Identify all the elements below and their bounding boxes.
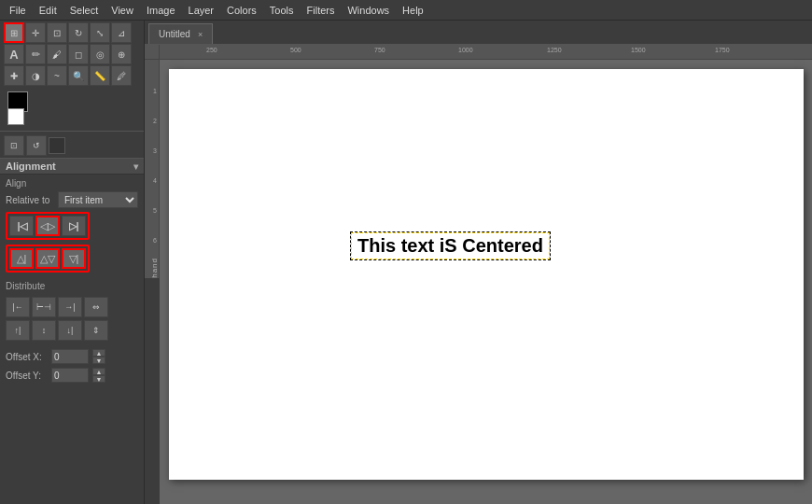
align-center-v-btn[interactable]: △▽ — [35, 248, 60, 269]
offset-x-input[interactable] — [51, 349, 89, 364]
white-canvas: This text iS Centered — [169, 69, 804, 480]
ruler-v-mark-5: 5 — [145, 207, 159, 214]
dist-center-v-btn[interactable]: ↕ — [32, 320, 56, 341]
align-top-btn[interactable]: △| — [9, 248, 34, 269]
ruler-v-mark-2: 2 — [145, 118, 159, 124]
dist-equal-v-btn[interactable]: ⇕ — [84, 320, 108, 341]
dist-top-btn[interactable]: ↑| — [6, 320, 30, 341]
heal-tool-btn[interactable]: ✚ — [4, 65, 24, 86]
ruler-h-mark-1500: 1500 — [631, 47, 646, 53]
offset-x-up[interactable]: ▲ — [92, 349, 105, 357]
menu-help[interactable]: Help — [397, 3, 429, 18]
color-swatches — [0, 88, 144, 129]
align-right-btn[interactable]: ▷| — [62, 216, 86, 236]
align-tool-btn[interactable]: ⊞ — [4, 22, 24, 43]
shear-tool-btn[interactable]: ⊿ — [111, 22, 132, 43]
history-icon[interactable]: ↺ — [26, 135, 47, 156]
canvas-area: Untitled × 1 2 3 4 5 6 hand — [145, 21, 812, 504]
toolbox: ⊞ ✛ ⊡ ↻ ⤡ ⊿ A ✏ 🖌 ◻ ◎ ⊕ ✚ ◑ ~ 🔍 📏 🖉 — [0, 21, 145, 504]
ruler-v-mark-3: 3 — [145, 147, 159, 154]
ruler-h-mark-1000: 1000 — [458, 47, 473, 53]
align-bottom-btn[interactable]: ▽| — [62, 248, 86, 269]
tab-bar: Untitled × — [145, 21, 812, 45]
ruler-h-mark-250: 250 — [206, 47, 217, 53]
dist-equal-h-btn[interactable]: ⇔ — [84, 297, 108, 317]
dist-bottom-btn[interactable]: ↓| — [58, 320, 82, 341]
align-section-label: Align — [6, 178, 138, 189]
offset-y-input[interactable] — [51, 368, 89, 383]
color-picker-btn[interactable]: 🖉 — [111, 65, 132, 86]
distribute-panel-body: |← ⊢⊣ →| ⇔ ↑| ↕ ↓| ⇕ — [0, 293, 144, 347]
menu-colors[interactable]: Colors — [221, 3, 262, 18]
ruler-corner — [145, 45, 160, 60]
menu-layer[interactable]: Layer — [183, 3, 220, 18]
alignment-label: Alignment — [6, 161, 56, 172]
tab-close-btn[interactable]: × — [198, 30, 203, 39]
measure-tool-btn[interactable]: 📏 — [90, 65, 110, 86]
relative-to-row: Relative to First item Last item Image S… — [6, 191, 138, 208]
horizontal-ruler: 250 500 750 1000 1250 1500 1750 — [160, 45, 812, 60]
menu-view[interactable]: View — [105, 3, 139, 18]
scale-tool-btn[interactable]: ⤡ — [90, 22, 110, 43]
canvas-scroll-area[interactable]: This text iS Centered — [160, 60, 812, 504]
paint-brush-btn[interactable]: 🖌 — [47, 44, 67, 64]
ruler-v-mark-hand: hand — [145, 258, 159, 278]
offset-x-row: Offset X: ▲ ▼ — [0, 347, 144, 366]
ruler-h-mark-500: 500 — [290, 47, 301, 53]
ruler-h-mark-750: 750 — [374, 47, 385, 53]
distribute-v-row: ↑| ↕ ↓| ⇕ — [6, 320, 138, 341]
distribute-h-row: |← ⊢⊣ →| ⇔ — [6, 297, 138, 317]
text-tool-btn[interactable]: A — [4, 44, 24, 64]
offset-y-down[interactable]: ▼ — [92, 375, 105, 383]
tab-label: Untitled — [159, 29, 190, 39]
clone-tool-btn[interactable]: ⊕ — [111, 44, 132, 64]
offset-y-label: Offset Y: — [6, 371, 48, 381]
relative-to-select[interactable]: First item Last item Image Selection Act… — [58, 191, 138, 208]
eraser-tool-btn[interactable]: ◻ — [68, 44, 89, 64]
offset-y-up[interactable]: ▲ — [92, 368, 105, 375]
menu-file[interactable]: File — [4, 3, 32, 18]
dodge-tool-btn[interactable]: ◑ — [25, 65, 46, 86]
relative-to-label: Relative to — [6, 195, 54, 205]
menu-filters[interactable]: Filters — [301, 3, 341, 18]
menu-bar: File Edit Select View Image Layer Colors… — [0, 0, 812, 21]
ruler-canvas-wrapper: 1 2 3 4 5 6 hand 250 500 750 1000 1250 — [145, 45, 812, 504]
vertical-ruler: 1 2 3 4 5 6 hand — [145, 60, 160, 278]
alignment-panel-header: Alignment ▾ — [0, 158, 144, 175]
menu-edit[interactable]: Edit — [34, 3, 63, 18]
menu-select[interactable]: Select — [64, 3, 105, 18]
menu-tools[interactable]: Tools — [264, 3, 300, 18]
dist-left-btn[interactable]: |← — [6, 297, 30, 317]
offset-x-label: Offset X: — [6, 352, 48, 362]
collapse-icon[interactable]: ▾ — [133, 161, 138, 172]
channels-icon[interactable] — [49, 137, 65, 154]
pencil-tool-btn[interactable]: ✏ — [25, 44, 46, 64]
ruler-v-mark-1: 1 — [145, 88, 159, 94]
menu-image[interactable]: Image — [141, 3, 181, 18]
crop-tool-btn[interactable]: ⊡ — [47, 22, 67, 43]
ruler-v-mark-4: 4 — [145, 177, 159, 184]
align-center-h-btn[interactable]: ◁▷ — [35, 216, 60, 236]
ruler-h-wrap: 250 500 750 1000 1250 1500 1750 This tex… — [160, 45, 812, 504]
align-left-btn[interactable]: |◁ — [9, 216, 34, 236]
offset-x-down[interactable]: ▼ — [92, 357, 105, 364]
alignment-panel-body: Align Relative to First item Last item I… — [0, 175, 144, 279]
align-vertical-row: △| △▽ ▽| — [6, 245, 90, 273]
canvas-tab[interactable]: Untitled × — [148, 23, 213, 44]
move-tool-btn[interactable]: ✛ — [25, 22, 46, 43]
layers-icon[interactable]: ⊡ — [4, 135, 24, 156]
dist-right-btn[interactable]: →| — [58, 297, 82, 317]
blur-tool-btn[interactable]: ◎ — [90, 44, 110, 64]
background-color[interactable] — [7, 108, 24, 125]
dist-center-h-btn[interactable]: ⊢⊣ — [32, 297, 56, 317]
zoom-tool-btn[interactable]: 🔍 — [68, 65, 89, 86]
offset-y-spinner: ▲ ▼ — [92, 368, 105, 383]
menu-windows[interactable]: Windows — [342, 3, 395, 18]
rotate-tool-btn[interactable]: ↻ — [68, 22, 89, 43]
ruler-h-mark-1250: 1250 — [547, 47, 562, 53]
main-area: ⊞ ✛ ⊡ ↻ ⤡ ⊿ A ✏ 🖌 ◻ ◎ ⊕ ✚ ◑ ~ 🔍 📏 🖉 — [0, 21, 812, 504]
centered-text-box[interactable]: This text iS Centered — [351, 232, 550, 259]
smudge-tool-btn[interactable]: ~ — [47, 65, 67, 86]
tool-buttons-row: ⊞ ✛ ⊡ ↻ ⤡ ⊿ A ✏ 🖌 ◻ ◎ ⊕ ✚ ◑ ~ 🔍 📏 🖉 — [0, 21, 144, 88]
offset-y-row: Offset Y: ▲ ▼ — [0, 366, 144, 385]
